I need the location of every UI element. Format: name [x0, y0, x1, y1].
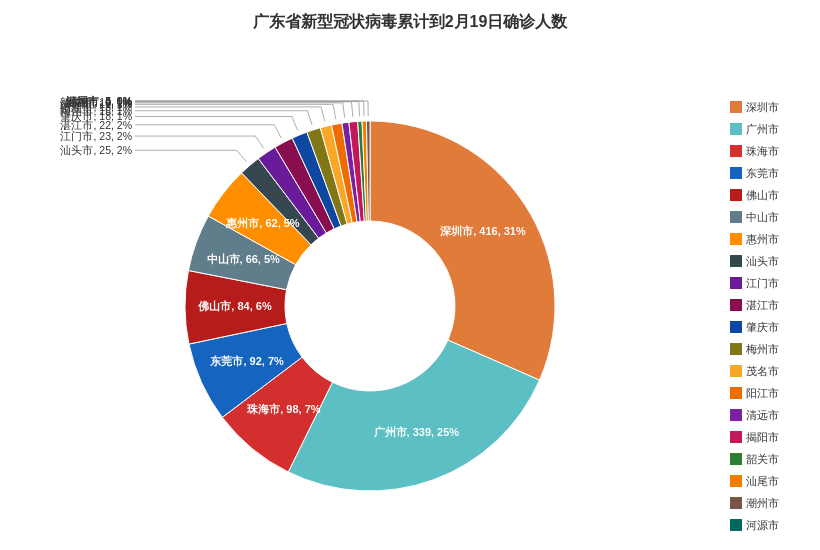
leader-line-潮州市	[135, 101, 364, 116]
legend-label-揭阳市: 揭阳市	[746, 431, 779, 443]
legend-color-佛山市	[730, 189, 742, 201]
legend-label-佛山市: 佛山市	[746, 189, 779, 201]
chart-label-惠州市: 惠州市, 62, 5%	[225, 216, 300, 228]
chart-title: 广东省新型冠状病毒累计到2月19日确诊人数	[253, 12, 568, 33]
legend-color-汕尾市	[730, 475, 742, 487]
legend-color-东莞市	[730, 167, 742, 179]
legend-label-珠海市: 珠海市	[746, 145, 779, 157]
legend-color-阳江市	[730, 387, 742, 399]
chart-label-江门市: 江门市, 23, 2%	[60, 129, 132, 141]
legend-color-韶关市	[730, 453, 742, 465]
leader-line-江门市	[135, 136, 264, 148]
legend-color-梅州市	[730, 343, 742, 355]
legend-label-茂名市: 茂名市	[746, 365, 779, 377]
legend-label-阳江市: 阳江市	[746, 387, 779, 399]
legend-color-深圳市	[730, 101, 742, 113]
legend-color-惠州市	[730, 233, 742, 245]
legend-label-潮州市: 潮州市	[746, 497, 779, 509]
chart-label-河源市: 河源市, 4, 0%	[66, 94, 132, 106]
chart-label-珠海市: 珠海市, 98, 7%	[246, 402, 321, 414]
legend-label-汕头市: 汕头市	[746, 255, 779, 267]
legend-color-揭阳市	[730, 431, 742, 443]
legend-label-汕尾市: 汕尾市	[746, 475, 779, 487]
legend-label-肇庆市: 肇庆市	[746, 321, 779, 333]
chart-label-佛山市: 佛山市, 84, 6%	[197, 299, 272, 311]
legend-label-清远市: 清远市	[746, 409, 779, 421]
legend-label-东莞市: 东莞市	[746, 167, 779, 179]
leader-line-揭阳市	[135, 102, 345, 117]
chart-label-东莞市: 东莞市, 92, 7%	[210, 354, 284, 366]
leader-line-河源市	[135, 101, 368, 116]
main-container: 广东省新型冠状病毒累计到2月19日确诊人数 深圳市, 416, 31%广州市, …	[0, 0, 820, 550]
leader-line-汕头市	[135, 150, 246, 161]
legend-color-肇庆市	[730, 321, 742, 333]
legend-color-珠海市	[730, 145, 742, 157]
chart-area: 深圳市, 416, 31%广州市, 339, 25%珠海市, 98, 7%东莞市…	[0, 41, 820, 550]
legend-label-惠州市: 惠州市	[745, 233, 779, 245]
legend-color-广州市	[730, 123, 742, 135]
chart-label-中山市: 中山市, 66, 5%	[207, 252, 281, 264]
chart-label-深圳市: 深圳市, 416, 31%	[440, 225, 526, 237]
legend-color-河源市	[730, 519, 742, 531]
donut-chart-svg: 深圳市, 416, 31%广州市, 339, 25%珠海市, 98, 7%东莞市…	[0, 51, 820, 541]
legend-color-湛江市	[730, 299, 742, 311]
leader-line-阳江市	[135, 106, 325, 121]
legend-label-湛江市: 湛江市	[746, 299, 779, 311]
legend-color-清远市	[730, 409, 742, 421]
legend-label-深圳市: 深圳市	[746, 101, 779, 113]
legend-color-江门市	[730, 277, 742, 289]
chart-label-汕头市: 汕头市, 25, 2%	[60, 144, 132, 156]
leader-line-肇庆市	[135, 116, 298, 130]
legend-label-江门市: 江门市	[746, 277, 779, 289]
legend-color-中山市	[730, 211, 742, 223]
svg-point-0	[287, 223, 453, 389]
legend-label-河源市: 河源市	[746, 519, 779, 531]
legend-color-汕头市	[730, 255, 742, 267]
legend-color-茂名市	[730, 365, 742, 377]
legend-label-梅州市: 梅州市	[745, 343, 779, 355]
leader-line-梅州市	[135, 110, 312, 124]
chart-label-广州市: 广州市, 339, 25%	[373, 425, 460, 437]
legend-label-广州市: 广州市	[746, 123, 779, 135]
legend-label-中山市: 中山市	[746, 211, 779, 223]
leader-line-汕尾市	[135, 101, 360, 116]
legend-color-潮州市	[730, 497, 742, 509]
legend-label-韶关市: 韶关市	[746, 453, 779, 465]
